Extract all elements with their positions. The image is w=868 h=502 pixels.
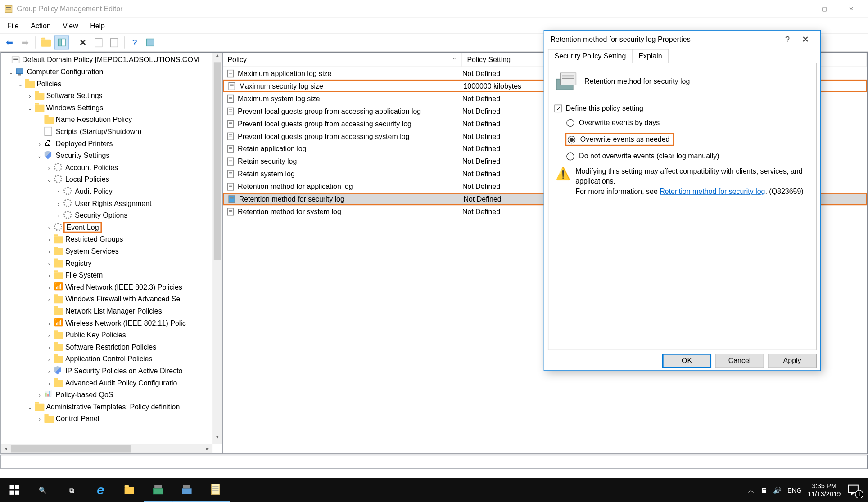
svg-rect-24 <box>229 122 232 122</box>
tree-event-log[interactable]: ›Event Log <box>1 221 222 233</box>
dialog-heading: Retention method for security log <box>584 77 690 86</box>
tree-policies[interactable]: ⌄Policies <box>1 78 222 90</box>
up-button[interactable] <box>39 35 53 49</box>
menu-help[interactable]: Help <box>84 19 111 31</box>
svg-rect-4 <box>62 39 65 46</box>
ok-button[interactable]: OK <box>662 354 711 368</box>
tree-system-services[interactable]: ›System Services <box>1 245 222 257</box>
maximize-button[interactable]: ▢ <box>811 0 838 18</box>
forward-button[interactable]: ➡ <box>18 35 32 49</box>
export-button[interactable] <box>107 35 121 49</box>
tab-explain[interactable]: Explain <box>632 49 669 63</box>
svg-rect-9 <box>16 69 23 74</box>
volume-icon[interactable]: 🔊 <box>773 486 782 494</box>
gpmc-button[interactable] <box>172 478 201 502</box>
properties-button[interactable] <box>91 35 105 49</box>
task-view-button[interactable]: ⧉ <box>58 478 86 502</box>
svg-rect-22 <box>229 110 232 111</box>
policy-name: Maximum application log size <box>238 69 331 78</box>
tree-local-policies[interactable]: ⌄Local Policies <box>1 174 222 186</box>
tree-user-rights[interactable]: ›User Rights Assignment <box>1 197 222 210</box>
tree-account-policies[interactable]: ›Account Policies <box>1 161 222 174</box>
notepad-button[interactable] <box>201 478 230 502</box>
kb-link[interactable]: Retention method for security log <box>660 187 765 196</box>
tree-root[interactable]: Default Domain Policy [MEPDC1.ADSOLUTION… <box>1 54 222 66</box>
tree-wireless[interactable]: ›📶Wireless Network (IEEE 802.11) Polic <box>1 317 222 329</box>
svg-rect-40 <box>229 186 232 186</box>
tree-firewall[interactable]: ›Windows Firewall with Advanced Se <box>1 293 222 305</box>
menu-view[interactable]: View <box>57 19 84 31</box>
tree-srp[interactable]: ›Software Restriction Policies <box>1 341 222 353</box>
radio-no-overwrite[interactable]: Do not overwrite events (clear log manua… <box>566 152 810 161</box>
tree-adv-audit[interactable]: ›Advanced Audit Policy Configuratio <box>1 377 222 389</box>
tree-wired-network[interactable]: ›📶Wired Network (IEEE 802.3) Policies <box>1 281 222 293</box>
delete-button[interactable]: ✕ <box>76 35 90 49</box>
tree-vscrollbar[interactable]: ▴ ▾ <box>212 53 222 444</box>
menu-file[interactable]: File <box>1 19 25 31</box>
tree-computer-config[interactable]: ⌄Computer Configuration <box>1 66 222 78</box>
app-icon <box>4 4 13 13</box>
policy-setting: Not Defined <box>462 157 500 166</box>
tree-software-settings[interactable]: ›Software Settings <box>1 90 222 102</box>
dialog-titlebar[interactable]: Retention method for security log Proper… <box>544 31 820 49</box>
notifications-button[interactable]: 1 <box>847 482 863 498</box>
search-button[interactable]: 🔍 <box>29 478 58 502</box>
tab-security-policy[interactable]: Security Policy Setting <box>548 49 633 63</box>
policy-item-icon <box>226 94 236 103</box>
policy-name: Retention method for security log <box>239 195 344 203</box>
apply-button[interactable]: Apply <box>768 354 817 368</box>
filter-button[interactable] <box>143 35 158 49</box>
define-checkbox-row[interactable]: ✓ Define this policy setting <box>555 104 810 112</box>
ie-button[interactable]: e <box>86 478 115 502</box>
tree-deployed-printers[interactable]: ›🖨Deployed Printers <box>1 138 222 150</box>
svg-rect-59 <box>211 484 220 495</box>
svg-rect-51 <box>9 485 14 489</box>
tree-appctrl[interactable]: ›Application Control Policies <box>1 353 222 365</box>
radio-as-needed[interactable]: Overwrite events as needed <box>565 133 675 146</box>
tree-registry[interactable]: ›Registry <box>1 257 222 269</box>
tree-pki[interactable]: ›Public Key Policies <box>1 329 222 341</box>
taskbar: 🔍 ⧉ e ︿ 🖥 🔊 ENG 3:35 PM 11/13/2019 1 <box>0 478 868 502</box>
tree-scripts[interactable]: Scripts (Startup/Shutdown) <box>1 126 222 138</box>
tree-qos[interactable]: ›📊Policy-based QoS <box>1 389 222 401</box>
svg-rect-53 <box>9 491 14 495</box>
policy-item-icon <box>226 144 236 153</box>
back-button[interactable]: ⬅ <box>2 35 17 49</box>
policy-item-icon <box>226 157 236 166</box>
svg-rect-49 <box>562 76 574 77</box>
titlebar: Group Policy Management Editor ─ ▢ ✕ <box>0 0 868 18</box>
dialog-close-button[interactable]: ✕ <box>796 35 814 44</box>
tree-file-system[interactable]: ›File System <box>1 269 222 282</box>
tree-ipsec[interactable]: ›IP Security Policies on Active Directo <box>1 365 222 377</box>
radio-by-days[interactable]: Overwrite events by days <box>566 118 810 127</box>
menu-action[interactable]: Action <box>25 19 57 31</box>
start-button[interactable] <box>0 478 29 502</box>
tray-chevron-icon[interactable]: ︿ <box>748 485 755 494</box>
policy-name: Prevent local guests group from accessin… <box>238 119 411 128</box>
tree-audit-policy[interactable]: ›Audit Policy <box>1 185 222 197</box>
server-manager-button[interactable] <box>144 478 172 502</box>
properties-dialog: Retention method for security log Proper… <box>544 30 821 371</box>
explorer-button[interactable] <box>115 478 144 502</box>
show-hide-tree-button[interactable] <box>54 35 69 49</box>
tree-control-panel[interactable]: ›Control Panel <box>1 413 222 425</box>
minimize-button[interactable]: ─ <box>784 0 811 18</box>
clock[interactable]: 3:35 PM 11/13/2019 <box>808 482 841 498</box>
tree-name-resolution[interactable]: Name Resolution Policy <box>1 114 222 126</box>
network-icon[interactable]: 🖥 <box>760 486 767 493</box>
tree-security-options[interactable]: ›Security Options <box>1 210 222 222</box>
dialog-body: Retention method for security log ✓ Defi… <box>548 63 817 350</box>
tree-restricted-groups[interactable]: ›Restricted Groups <box>1 233 222 246</box>
language-indicator[interactable]: ENG <box>787 486 802 493</box>
tree-hscrollbar[interactable]: ◂ ▸ <box>1 444 212 453</box>
close-button[interactable]: ✕ <box>838 0 865 18</box>
column-policy[interactable]: Policy <box>223 53 462 67</box>
tree-netlist[interactable]: Network List Manager Policies <box>1 305 222 317</box>
tree-security-settings[interactable]: ⌄Security Settings <box>1 150 222 162</box>
cancel-button[interactable]: Cancel <box>715 354 764 368</box>
policy-name: Retain security log <box>238 157 297 166</box>
tree-windows-settings[interactable]: ⌄Windows Settings <box>1 102 222 114</box>
help-button[interactable]: ? <box>127 35 142 49</box>
dialog-help-button[interactable]: ? <box>778 35 796 44</box>
tree-admin-templates[interactable]: ⌄Administrative Templates: Policy defini… <box>1 401 222 413</box>
